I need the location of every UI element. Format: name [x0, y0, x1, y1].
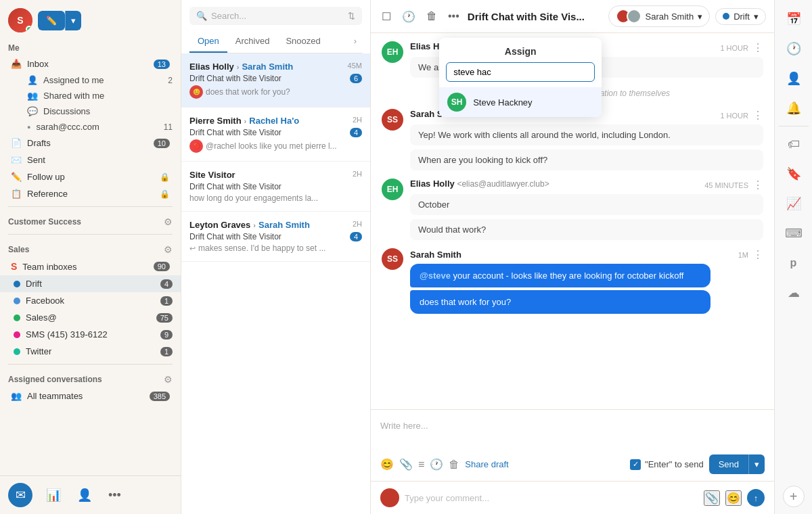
comment-attachment-icon[interactable]: 📎: [704, 490, 720, 506]
conversation-item[interactable]: Leyton Graves › Sarah Smith 2H Drift Cha…: [181, 212, 370, 262]
discussions-nav[interactable]: 💬 Discussions: [0, 103, 181, 119]
time-button[interactable]: 🕐: [430, 458, 443, 471]
conv-subject-text: Drift Chat with Site Visitor: [189, 74, 281, 83]
conv-time: 2H: [353, 220, 362, 228]
conv-subject: Drift Chat with Site Visitor: [189, 182, 362, 191]
delete-button[interactable]: 🗑: [449, 459, 459, 471]
filter-icon[interactable]: ⇅: [348, 11, 355, 21]
shared-with-me-nav[interactable]: 👥 Shared with me: [0, 88, 181, 103]
rs-bell-icon[interactable]: 🔔: [782, 96, 806, 120]
tab-archived[interactable]: Archived: [227, 30, 278, 53]
more-button[interactable]: •••: [106, 486, 124, 505]
assign-search-input[interactable]: [446, 62, 595, 82]
comment-send-icon[interactable]: ↑: [747, 489, 765, 507]
rs-p-icon[interactable]: p: [782, 251, 806, 275]
conv-preview: 😊 does that work for you?: [189, 85, 362, 99]
rs-person-icon[interactable]: 👤: [782, 66, 806, 91]
assign-result-item[interactable]: SH Steve Hackney: [439, 87, 602, 117]
drafts-nav[interactable]: 📄 Drafts 10: [3, 135, 178, 151]
assignee-button[interactable]: Sarah Smith ▾: [608, 5, 710, 27]
label-button[interactable]: Drift ▾: [715, 8, 766, 25]
sales-gear-icon[interactable]: ⚙: [164, 244, 173, 255]
conversation-item[interactable]: Site Visitor 2H Drift Chat with Site Vis…: [181, 162, 370, 212]
email-nav[interactable]: ● sarah@ccc.com 11: [0, 119, 181, 135]
compose-icon: ✏️: [46, 16, 57, 26]
new-conversation-button[interactable]: ✉: [8, 483, 32, 507]
chat-icon-more[interactable]: •••: [445, 7, 462, 25]
conv-preview: ↩ makes sense. I'd be happy to set ...: [189, 243, 362, 253]
conversation-item[interactable]: Elias Holly › Sarah Smith 45M Drift Chat…: [181, 53, 370, 108]
rs-tag-icon[interactable]: 🔖: [782, 162, 806, 186]
rs-calendar-icon[interactable]: 📅: [782, 7, 806, 31]
message-more-icon[interactable]: ⋮: [752, 248, 763, 261]
sent-nav[interactable]: ✉️ Sent: [3, 151, 178, 168]
sales-at-dot: [14, 314, 20, 321]
emoji-button[interactable]: 😊: [380, 458, 394, 471]
send-chevron[interactable]: ▾: [748, 454, 765, 474]
reply-icon: ↩: [189, 244, 196, 253]
facebook-inbox-item[interactable]: Facebook 1: [0, 292, 181, 309]
sales-at-inbox-item[interactable]: Sales@ 75: [0, 309, 181, 326]
comment-emoji-icon[interactable]: 😊: [725, 490, 742, 506]
message-more-icon[interactable]: ⋮: [752, 109, 763, 122]
twitter-inbox-item[interactable]: Twitter 1: [0, 343, 181, 360]
assigned-to-me-badge: 2: [168, 76, 173, 85]
stats-button[interactable]: 📊: [43, 485, 64, 505]
assigned-conversations-gear-icon[interactable]: ⚙: [164, 374, 173, 385]
chat-icon-trash[interactable]: 🗑: [424, 7, 440, 25]
sent-label: Sent: [27, 155, 170, 165]
chat-icon-checkbox[interactable]: ☐: [379, 7, 394, 26]
assign-dropdown: Assign SH Steve Hackney: [439, 38, 602, 117]
compose-chevron[interactable]: ▾: [65, 11, 81, 30]
message-row: EH Elias Holly <elias@auditlawyer.club> …: [382, 179, 763, 240]
inbox-nav[interactable]: 📥 Inbox 13: [3, 55, 178, 72]
assign-header: Assign: [439, 38, 602, 62]
search-input[interactable]: [211, 11, 344, 21]
conversation-item[interactable]: Pierre Smith › Rachel Ha'o 2H Drift Chat…: [181, 108, 370, 162]
assigned-to-me-nav[interactable]: 👤 Assigned to me 2: [0, 72, 181, 88]
sms-inbox-item[interactable]: SMS (415) 319-6122 9: [0, 326, 181, 343]
compose-button[interactable]: ✏️: [38, 11, 65, 30]
follow-up-nav[interactable]: ✏️ Follow up 🔒: [3, 168, 178, 185]
template-button[interactable]: ≡: [418, 459, 424, 471]
tabs-arrow[interactable]: ›: [348, 30, 362, 53]
header-icons-left: ☐ 🕐 🗑 •••: [379, 7, 462, 26]
reference-nav[interactable]: 📋 Reference 🔒: [3, 185, 178, 202]
drift-inbox-item[interactable]: Drift 4: [0, 275, 181, 292]
all-teammates-nav[interactable]: 👥 All teammates 385: [3, 388, 178, 404]
attachment-button[interactable]: 📎: [399, 458, 413, 471]
conv-sender: Leyton Graves › Sarah Smith: [189, 220, 310, 230]
conv-subject-text: Drift Chat with Site Visitor: [189, 182, 281, 191]
rs-add-button[interactable]: +: [783, 486, 805, 507]
inbox-badge: 13: [154, 60, 170, 69]
drafts-badge: 10: [154, 139, 170, 148]
all-teammates-badge: 385: [150, 392, 170, 401]
tab-snoozed[interactable]: Snoozed: [277, 30, 328, 53]
send-group: Send ▾: [709, 454, 765, 474]
rs-chart-icon[interactable]: 📈: [782, 191, 806, 216]
inbox-icon: 📥: [11, 59, 22, 69]
message-header: Elias Holly <elias@auditlawyer.club> 45 …: [410, 179, 763, 191]
share-draft-button[interactable]: Share draft: [465, 459, 508, 469]
enter-checkbox[interactable]: ✓: [630, 459, 641, 470]
chat-title: Drift Chat with Site Vis...: [468, 11, 603, 22]
customer-success-gear-icon[interactable]: ⚙: [164, 216, 173, 227]
message-more-icon[interactable]: ⋮: [752, 41, 763, 54]
rs-label-icon[interactable]: 🏷: [782, 132, 806, 156]
contacts-button[interactable]: 👤: [74, 485, 95, 505]
team-inboxes-nav[interactable]: S Team inboxes 90: [3, 258, 178, 275]
rs-clock-icon[interactable]: 🕐: [782, 37, 806, 61]
tab-open[interactable]: Open: [189, 30, 227, 53]
conv-recipient: Sarah Smith: [242, 62, 293, 72]
message-row: SS Sarah Smith 1 HOUR ⋮ Yep! We work wit…: [382, 109, 763, 170]
send-button[interactable]: Send: [709, 454, 748, 474]
write-box[interactable]: Write here...: [380, 417, 765, 450]
comment-input[interactable]: [405, 493, 698, 503]
conv-subject: Drift Chat with Site Visitor 4: [189, 232, 362, 241]
conv-preview-text: @rachel looks like you met pierre l...: [206, 141, 337, 151]
rs-keyboard-icon[interactable]: ⌨: [782, 221, 806, 246]
message-avatar: SS: [382, 109, 403, 131]
rs-cloud-icon[interactable]: ☁: [782, 281, 806, 305]
chat-icon-clock[interactable]: 🕐: [399, 7, 418, 26]
message-more-icon[interactable]: ⋮: [752, 179, 763, 191]
